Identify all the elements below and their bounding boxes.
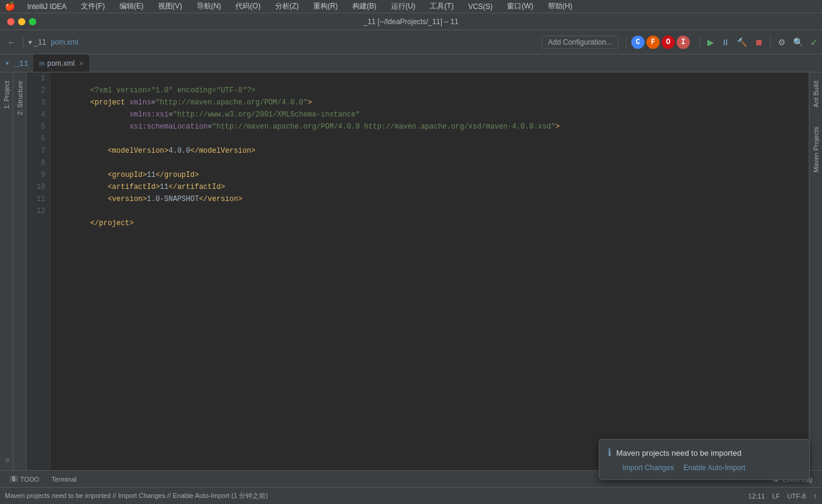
notification-header: ℹ Maven projects need to be imported [608, 447, 801, 459]
search-everywhere-button[interactable]: 🔍 [791, 35, 806, 49]
maven-notification: ℹ Maven projects need to be imported Imp… [599, 439, 810, 480]
main-toolbar: ← ▾ _11 pom.xml Add Configuration... C F… [0, 30, 822, 54]
firefox-icon[interactable]: F [646, 36, 660, 49]
menu-analyze[interactable]: 分析(Z) [273, 1, 301, 11]
line-numbers: 1 2 3 4 5 6 7 8 9 10 11 12 [27, 72, 51, 470]
project-panel-toggle[interactable]: ▾ _11 [5, 59, 28, 68]
menu-window[interactable]: 窗口(W) [505, 1, 535, 11]
status-position: ↕ [813, 493, 817, 500]
debug-button[interactable]: ⏸ [719, 35, 732, 49]
window-title: _11 [~/IdeaProjects/_11] – 11 [363, 18, 458, 26]
chrome-icon[interactable]: C [631, 36, 645, 49]
code-line-12: </project> [56, 205, 804, 217]
status-message: Maven projects need to be imported // Im… [5, 491, 268, 500]
structure-panel: 2: Structure [13, 72, 27, 470]
notification-icon: ℹ [608, 447, 611, 459]
opera-icon[interactable]: O [661, 36, 675, 49]
menu-intellij[interactable]: IntelliJ IDEA [25, 2, 69, 11]
editor-area[interactable]: 1 2 3 4 5 6 7 8 9 10 11 12 <?xml version… [27, 72, 809, 470]
menu-vcs[interactable]: VCS(S) [466, 2, 495, 11]
menu-tools[interactable]: 工具(T) [427, 1, 456, 11]
status-right-area: 12:11 LF UTF-8 ↕ [748, 493, 817, 500]
nav-back-button[interactable]: ← [5, 35, 18, 49]
menu-edit[interactable]: 编辑(E) [117, 1, 146, 11]
status-line-sep[interactable]: LF [772, 493, 780, 500]
todo-count: 6 [10, 476, 18, 482]
close-window-button[interactable] [7, 18, 14, 25]
ant-build-panel-label[interactable]: Ant Build [811, 77, 821, 111]
menu-view[interactable]: 视图(V) [156, 1, 185, 11]
menu-code[interactable]: 代码(O) [233, 1, 263, 11]
menu-run[interactable]: 运行(U) [389, 1, 418, 11]
pom-tab-label: pom.xml [47, 59, 74, 68]
menu-file[interactable]: 文件(F) [78, 1, 107, 11]
menu-build[interactable]: 构建(B) [350, 1, 379, 11]
status-bar: Maven projects need to be imported // Im… [0, 487, 822, 504]
menu-bar: 🍎 IntelliJ IDEA 文件(F) 编辑(E) 视图(V) 导航(N) … [0, 0, 822, 13]
maven-projects-panel-label[interactable]: Maven Projects [811, 123, 821, 176]
tab-bar: ▾ _11 m pom.xml × [0, 54, 822, 72]
enable-auto-import-link[interactable]: Enable Auto-Import [683, 464, 745, 472]
build-status-icon: ✓ [811, 36, 817, 49]
settings-button[interactable]: ⚙ [776, 35, 788, 49]
status-time: 12:11 [748, 493, 765, 500]
run-button[interactable]: ▶ [705, 35, 716, 49]
minimize-window-button[interactable] [18, 18, 25, 25]
pom-tab-type-icon: m [39, 60, 45, 67]
pom-tab-indicator: pom.xml [51, 38, 78, 46]
code-line-6: <modelVersion>4.0.0</modelVersion> [56, 133, 804, 145]
title-bar: _11 [~/IdeaProjects/_11] – 11 [0, 13, 822, 30]
todo-label: TODO [21, 476, 40, 483]
menu-navigate[interactable]: 导航(N) [194, 1, 224, 11]
code-line-8: <groupId>11</groupId> [56, 157, 804, 169]
terminal-label: Terminal [51, 476, 77, 483]
import-changes-link[interactable]: Import Changes [622, 464, 674, 472]
code-editor[interactable]: <?xml version="1.0" encoding="UTF-8"?> <… [51, 72, 809, 470]
maximize-window-button[interactable] [29, 18, 36, 25]
tab-close-button[interactable]: × [80, 60, 83, 67]
left-panel: 1: Project ☆ [0, 72, 13, 470]
build-button[interactable]: 🔨 [734, 35, 750, 49]
code-line-1: <?xml version="1.0" encoding="UTF-8"?> [56, 72, 804, 85]
browser-icons-group: C F O I [631, 36, 690, 49]
terminal-tab[interactable]: Terminal [46, 474, 81, 484]
status-encoding[interactable]: UTF-8 [787, 493, 806, 500]
traffic-lights [7, 18, 36, 25]
notification-links: Import Changes Enable Auto-Import [608, 464, 801, 472]
ie-icon[interactable]: I [677, 36, 690, 49]
stop-button[interactable]: ⏹ [752, 35, 765, 49]
structure-panel-label[interactable]: 2: Structure [15, 77, 25, 119]
project-panel-label[interactable]: 1: Project [2, 77, 11, 112]
menu-refactor[interactable]: 重构(R) [311, 1, 340, 11]
notification-title: Maven projects need to be imported [616, 448, 741, 458]
main-content-area: 1: Project ☆ 2: Structure 1 2 3 4 5 6 7 … [0, 72, 822, 470]
apple-menu[interactable]: 🍎 [5, 1, 15, 11]
tab-pom-xml[interactable]: m pom.xml × [33, 54, 89, 72]
project-tab-indicator: ▾ _11 [28, 38, 46, 46]
menu-help[interactable]: 帮助(H) [546, 1, 575, 11]
add-configuration-button[interactable]: Add Configuration... [541, 36, 619, 49]
right-panel: Ant Build Maven Projects [809, 72, 822, 470]
todo-tab[interactable]: 6 TODO [5, 474, 44, 484]
favorites-panel-label[interactable]: ☆ [1, 453, 11, 468]
